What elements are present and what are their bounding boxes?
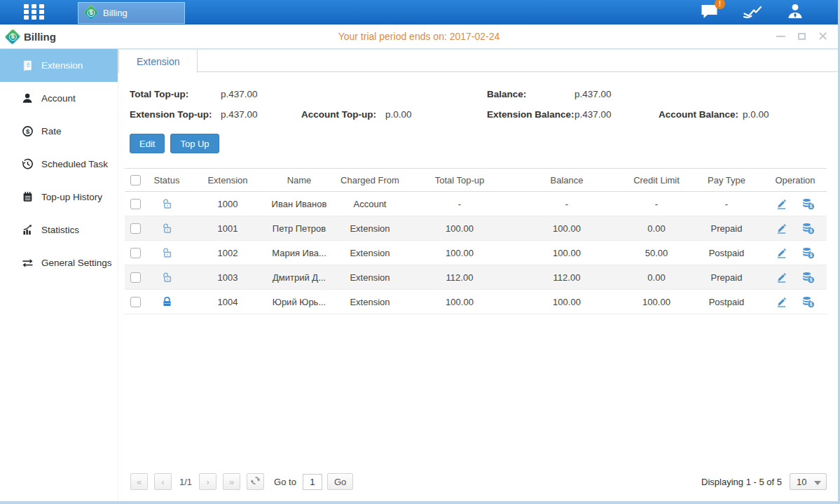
window-title: Billing xyxy=(24,31,56,43)
resource-monitor-icon[interactable] xyxy=(742,3,763,22)
column-header-credit-limit: Credit Limit xyxy=(624,169,689,192)
row-checkbox[interactable] xyxy=(130,297,141,307)
sidebar-item-rate[interactable]: $ Rate xyxy=(0,115,118,148)
go-button[interactable]: Go xyxy=(327,473,353,490)
top-up-icon[interactable]: $ xyxy=(801,296,815,308)
name-cell: Мария Ива... xyxy=(268,241,331,265)
column-header-operation: Operation xyxy=(764,169,827,192)
action-buttons: Edit Top Up xyxy=(118,120,838,153)
credit-limit-cell: 0.00 xyxy=(624,216,689,241)
goto-page-input[interactable] xyxy=(303,474,322,490)
sidebar-item-scheduled-task[interactable]: Scheduled Task xyxy=(0,148,118,181)
top-up-icon[interactable]: $ xyxy=(801,198,815,210)
select-all-checkbox[interactable] xyxy=(130,175,141,186)
name-cell: Юрий Юрь... xyxy=(268,290,331,314)
extension-topup-label: Extension Top-up: xyxy=(130,109,221,120)
pay-type-cell: Postpaid xyxy=(689,241,764,265)
chevron-down-icon xyxy=(814,477,821,487)
tab-bar: Extension xyxy=(118,49,838,72)
lock-open-icon[interactable] xyxy=(161,198,173,210)
balance-value: p.437.00 xyxy=(574,89,659,99)
lock-open-icon[interactable] xyxy=(161,223,173,234)
sidebar-item-label: Extension xyxy=(41,60,83,71)
extension-cell: 1003 xyxy=(188,265,268,290)
prev-page-button[interactable]: ‹ xyxy=(154,473,172,490)
pay-type-cell: Postpaid xyxy=(689,290,764,314)
taskbar-right-icons: ! xyxy=(700,3,804,22)
displaying-info: Displaying 1 - 5 of 5 xyxy=(701,477,782,487)
extension-balance-value: p.437.00 xyxy=(574,109,659,120)
column-header-balance: Balance xyxy=(510,169,624,192)
notification-badge: ! xyxy=(715,0,725,9)
row-checkbox[interactable] xyxy=(130,248,141,258)
balance-cell: 112.00 xyxy=(510,265,624,290)
pay-type-cell: Prepaid xyxy=(689,216,764,241)
total-topup-cell: 100.00 xyxy=(409,241,510,265)
top-up-button[interactable]: Top Up xyxy=(170,134,219,153)
table-row: 1003 Дмитрий Д... Extension 112.00 112.0… xyxy=(125,265,827,290)
column-header-select xyxy=(125,169,146,192)
refresh-button[interactable] xyxy=(247,473,264,490)
row-checkbox[interactable] xyxy=(130,272,141,283)
sidebar-item-account[interactable]: Account xyxy=(0,82,118,115)
column-header-charged-from: Charged From xyxy=(331,169,409,192)
trial-notice: Your trial period ends on: 2017-02-24 xyxy=(0,31,838,42)
charged-from-cell: Extension xyxy=(331,265,409,290)
taskbar: $ Billing ! xyxy=(0,0,838,24)
maximize-icon[interactable] xyxy=(797,31,807,42)
next-page-button[interactable]: › xyxy=(199,473,216,490)
edit-icon[interactable] xyxy=(776,223,787,234)
refresh-icon xyxy=(250,475,261,488)
top-up-icon[interactable]: $ xyxy=(801,247,815,259)
credit-limit-cell: 50.00 xyxy=(624,241,689,265)
first-page-button[interactable]: « xyxy=(130,473,148,490)
operation-cell: $ xyxy=(764,290,827,314)
edit-icon[interactable] xyxy=(776,272,787,284)
minimize-icon[interactable] xyxy=(776,31,786,42)
account-topup-label: Account Top-up: xyxy=(301,109,385,120)
history-icon xyxy=(21,191,34,204)
column-header-pay-type: Pay Type xyxy=(689,169,764,192)
edit-icon[interactable] xyxy=(776,296,787,308)
extension-table-wrap: StatusExtensionNameCharged FromTotal Top… xyxy=(125,168,827,314)
charged-from-cell: Account xyxy=(331,192,409,216)
edit-button[interactable]: Edit xyxy=(130,134,165,153)
sidebar-item-general-settings[interactable]: General Settings xyxy=(0,246,118,279)
app-launcher-icon[interactable] xyxy=(24,4,48,21)
lock-closed-icon[interactable] xyxy=(161,296,173,308)
edit-icon[interactable] xyxy=(776,247,787,259)
sidebar-item-statistics[interactable]: Statistics xyxy=(0,214,118,246)
lock-open-icon[interactable] xyxy=(161,247,173,259)
sidebar-item-label: Account xyxy=(41,93,76,104)
table-row: 1001 Петр Петров Extension 100.00 100.00… xyxy=(125,216,827,241)
sidebar-item-extension[interactable]: Extension xyxy=(0,49,118,82)
close-icon[interactable]: ✕ xyxy=(818,31,828,42)
tab-extension[interactable]: Extension xyxy=(118,50,198,73)
row-checkbox[interactable] xyxy=(130,223,141,234)
sidebar-item-label: Statistics xyxy=(41,225,79,235)
user-icon[interactable] xyxy=(786,3,804,22)
account-balance-value: p.0.00 xyxy=(743,109,838,120)
person-glyph xyxy=(786,3,804,22)
last-page-button[interactable]: » xyxy=(223,473,240,490)
balance-label: Balance: xyxy=(487,89,574,99)
sidebar-item-topup-history[interactable]: Top-up History xyxy=(0,181,118,214)
account-balance-label: Account Balance: xyxy=(659,109,743,120)
page-size-select[interactable]: 10 xyxy=(790,473,827,490)
svg-text:$: $ xyxy=(810,253,813,258)
sidebar-item-label: Rate xyxy=(41,126,62,136)
total-topup-cell: - xyxy=(409,192,510,216)
operation-cell: $ xyxy=(764,265,827,290)
taskbar-billing-tab[interactable]: $ Billing xyxy=(78,2,185,24)
column-header-total-top-up: Total Top-up xyxy=(409,169,510,192)
top-up-icon[interactable]: $ xyxy=(801,272,815,284)
chat-icon[interactable]: ! xyxy=(700,3,719,22)
credit-limit-cell: 0.00 xyxy=(624,265,689,290)
lock-open-icon[interactable] xyxy=(161,272,173,284)
edit-icon[interactable] xyxy=(776,198,787,210)
row-checkbox[interactable] xyxy=(130,199,141,209)
balance-cell: 100.00 xyxy=(510,216,624,241)
operation-cell: $ xyxy=(764,241,827,265)
top-up-icon[interactable]: $ xyxy=(801,223,815,234)
account-icon xyxy=(21,92,34,105)
